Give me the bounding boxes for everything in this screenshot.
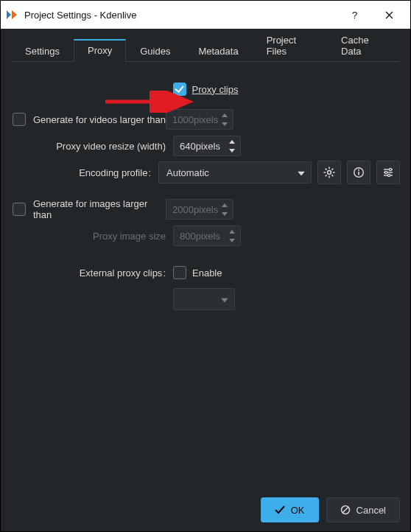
- spin-down-icon[interactable]: [219, 210, 230, 217]
- gen-video-check-group: Generate for videos larger than: [11, 113, 166, 126]
- gen-video-spin[interactable]: 1000pixels: [166, 109, 233, 130]
- gen-video-row: Generate for videos larger than 1000pixe…: [11, 108, 400, 131]
- img-size-label: Proxy image size: [11, 231, 173, 242]
- encoding-row: Encoding profile Automatic: [11, 161, 400, 184]
- svg-point-11: [358, 169, 359, 171]
- tab-project-files[interactable]: Project Files: [253, 29, 327, 62]
- cancel-icon: [340, 505, 351, 515]
- svg-line-7: [331, 175, 333, 176]
- ext-select-row: [11, 287, 400, 311]
- spin-up-icon[interactable]: [219, 201, 230, 209]
- spin-down-icon[interactable]: [227, 147, 237, 154]
- encoding-value: Automatic: [166, 167, 209, 178]
- gen-image-spin[interactable]: 2000pixels: [166, 199, 233, 220]
- tab-label: Settings: [25, 46, 60, 57]
- tab-proxy[interactable]: Proxy: [74, 39, 126, 62]
- project-settings-window: Project Settings - Kdenlive ? Settings P…: [0, 0, 411, 532]
- ext-proxy-label: External proxy clips: [11, 267, 173, 279]
- tab-settings[interactable]: Settings: [11, 40, 74, 62]
- ext-proxy-select[interactable]: [173, 288, 235, 310]
- svg-point-1: [328, 171, 331, 175]
- tabbar: Settings Proxy Guides Metadata Project F…: [11, 38, 400, 62]
- gen-video-label: Generate for videos larger than: [33, 114, 166, 125]
- tab-cache-data[interactable]: Cache Data: [327, 29, 400, 62]
- proxy-clips-checkbox[interactable]: [173, 83, 186, 96]
- ok-button[interactable]: OK: [261, 497, 319, 522]
- spin-arrows: [219, 201, 230, 217]
- encoding-sliders-button[interactable]: [376, 161, 400, 184]
- resize-label: Proxy video resize (width): [11, 141, 173, 152]
- tab-metadata[interactable]: Metadata: [184, 40, 252, 62]
- tab-label: Proxy: [88, 45, 112, 56]
- encoding-info-button[interactable]: [347, 161, 370, 184]
- ok-label: OK: [291, 505, 305, 516]
- resize-spin[interactable]: 640pixels: [173, 136, 241, 156]
- svg-text:?: ?: [352, 10, 357, 20]
- svg-line-21: [342, 507, 348, 513]
- cancel-label: Cancel: [356, 505, 386, 516]
- img-size-row: Proxy image size 800pixels: [11, 224, 400, 248]
- encoding-config-button[interactable]: [317, 161, 341, 184]
- spin-arrows: [219, 111, 230, 127]
- dialog-footer: OK Cancel: [261, 497, 400, 522]
- check-icon: [275, 505, 285, 514]
- proxy-clips-label[interactable]: Proxy clips: [192, 84, 239, 95]
- img-size-spin[interactable]: 800pixels: [173, 225, 241, 246]
- chevron-down-icon: [298, 167, 305, 178]
- ext-proxy-row: External proxy clips Enable: [11, 261, 400, 284]
- tab-label: Project Files: [267, 35, 296, 57]
- proxy-panel: Proxy clips Generate for videos larger t…: [1, 62, 410, 311]
- resize-value: 640pixels: [180, 141, 220, 152]
- gen-image-checkbox[interactable]: [13, 203, 26, 216]
- encoding-label: Encoding profile: [11, 167, 158, 178]
- gear-icon: [323, 167, 335, 178]
- help-button[interactable]: ?: [338, 3, 372, 27]
- svg-point-16: [384, 171, 387, 173]
- kdenlive-icon: [5, 8, 18, 21]
- resize-row: Proxy video resize (width) 640pixels: [11, 134, 400, 158]
- encoding-select[interactable]: Automatic: [158, 161, 312, 183]
- tab-label: Cache Data: [341, 35, 369, 57]
- svg-line-6: [326, 169, 327, 170]
- chevron-down-icon: [221, 294, 228, 305]
- spin-arrows: [227, 228, 237, 244]
- tab-label: Guides: [140, 46, 170, 57]
- svg-line-9: [326, 175, 327, 176]
- gen-image-check-group: Generate for images larger than: [11, 198, 166, 220]
- window-title: Project Settings - Kdenlive: [24, 10, 338, 21]
- spin-down-icon[interactable]: [219, 120, 230, 127]
- img-size-value: 800pixels: [180, 231, 220, 242]
- info-icon: [353, 167, 365, 178]
- spin-up-icon[interactable]: [227, 138, 237, 145]
- ext-enable-label: Enable: [192, 267, 222, 279]
- spin-down-icon[interactable]: [227, 237, 237, 244]
- titlebar: Project Settings - Kdenlive ?: [1, 1, 410, 29]
- sliders-icon: [382, 167, 394, 178]
- close-button[interactable]: [372, 3, 406, 27]
- svg-point-18: [387, 174, 390, 176]
- spin-up-icon[interactable]: [227, 228, 237, 235]
- gen-image-label: Generate for images larger than: [33, 198, 166, 220]
- spin-arrows: [227, 138, 237, 154]
- spin-up-icon[interactable]: [219, 111, 230, 119]
- svg-line-8: [331, 169, 333, 170]
- gen-image-row: Generate for images larger than 2000pixe…: [11, 197, 400, 221]
- gen-video-checkbox[interactable]: [13, 113, 26, 126]
- content-area: Settings Proxy Guides Metadata Project F…: [1, 29, 410, 531]
- gen-image-value: 2000pixels: [172, 204, 218, 215]
- proxy-clips-row: Proxy clips: [11, 83, 400, 96]
- tab-label: Metadata: [198, 46, 238, 57]
- cancel-button[interactable]: Cancel: [326, 497, 400, 522]
- ext-enable-checkbox[interactable]: [173, 266, 186, 279]
- gen-video-value: 1000pixels: [172, 114, 218, 125]
- svg-point-14: [389, 168, 391, 170]
- tab-guides[interactable]: Guides: [126, 40, 184, 62]
